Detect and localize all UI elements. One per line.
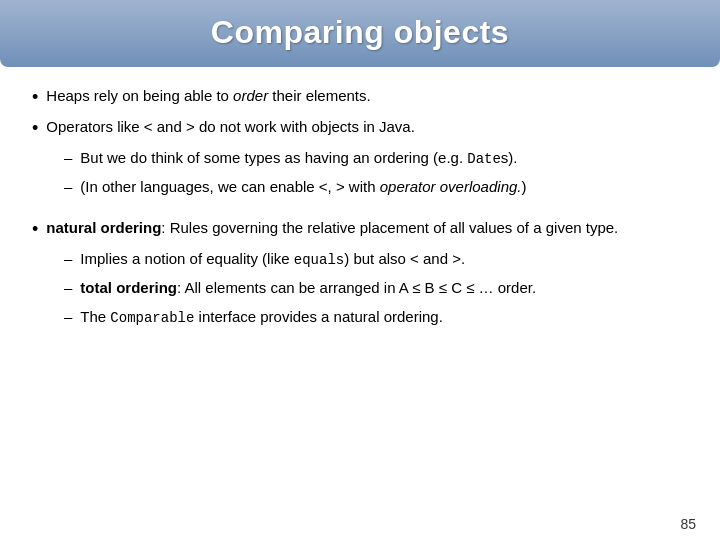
sub-item-5: – The Comparable interface provides a na… [64, 306, 688, 329]
sub-text-5: The Comparable interface provides a natu… [80, 306, 443, 329]
bold-total-ordering: total ordering [80, 279, 177, 296]
dash-4: – [64, 277, 72, 300]
sub-text-4: total ordering: All elements can be arra… [80, 277, 536, 300]
bold-natural-ordering: natural ordering [46, 219, 161, 236]
dash-5: – [64, 306, 72, 329]
bullet-text-1: Heaps rely on being able to order their … [46, 85, 370, 108]
title-bar: Comparing objects [0, 0, 720, 67]
mono-comparable: Comparable [110, 310, 194, 326]
mono-equals: equals [294, 252, 344, 268]
bullet-3: • natural ordering: Rules governing the … [32, 217, 688, 242]
sub-text-3: Implies a notion of equality (like equal… [80, 248, 465, 271]
bullet-symbol-2: • [32, 116, 38, 141]
bullet-text-2: Operators like < and > do not work with … [46, 116, 415, 139]
bullet-symbol-1: • [32, 85, 38, 110]
bullet-2: • Operators like < and > do not work wit… [32, 116, 688, 141]
sub-text-2: (In other languages, we can enable <, > … [80, 176, 526, 199]
sub-item-4: – total ordering: All elements can be ar… [64, 277, 688, 300]
spacer-1 [32, 205, 688, 213]
dash-3: – [64, 248, 72, 271]
italic-order-1: order [233, 87, 268, 104]
slide-content: • Heaps rely on being able to order thei… [0, 67, 720, 512]
bullet-symbol-3: • [32, 217, 38, 242]
bullet-1: • Heaps rely on being able to order thei… [32, 85, 688, 110]
page-number: 85 [0, 512, 720, 540]
dash-2: – [64, 176, 72, 199]
italic-operator-overloading: operator overloading. [380, 178, 522, 195]
sub-item-3: – Implies a notion of equality (like equ… [64, 248, 688, 271]
sub-item-2: – (In other languages, we can enable <, … [64, 176, 688, 199]
sub-text-1: But we do think of some types as having … [80, 147, 517, 170]
bullet-text-3: natural ordering: Rules governing the re… [46, 217, 618, 240]
slide-title: Comparing objects [20, 14, 700, 51]
slide: Comparing objects • Heaps rely on being … [0, 0, 720, 540]
mono-dates: Date [467, 151, 501, 167]
dash-1: – [64, 147, 72, 170]
sub-item-1: – But we do think of some types as havin… [64, 147, 688, 170]
